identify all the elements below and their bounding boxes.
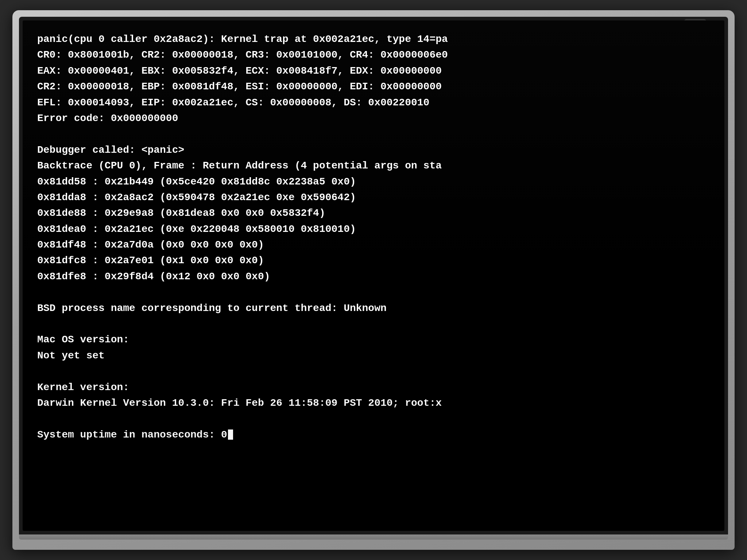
terminal-cursor (228, 429, 233, 440)
kernel-panic-screen: panic(cpu 0 caller 0x2a8ac2): Kernel tra… (23, 20, 724, 531)
terminal-line: Not yet set (37, 348, 710, 363)
terminal-line: 0x81de88 : 0x29e9a8 (0x81dea8 0x0 0x0 0x… (37, 205, 710, 221)
terminal-line: EAX: 0x00000401, EBX: 0x005832f4, ECX: 0… (37, 63, 710, 79)
terminal-line: CR2: 0x00000018, EBP: 0x0081df48, ESI: 0… (37, 79, 710, 94)
terminal-line: Backtrace (CPU 0), Frame : Return Addres… (37, 158, 710, 174)
terminal-empty-line (37, 411, 710, 427)
terminal-line: 0x81dfe8 : 0x29f8d4 (0x12 0x0 0x0 0x0) (37, 269, 710, 284)
terminal-line: panic(cpu 0 caller 0x2a8ac2): Kernel tra… (37, 31, 710, 47)
terminal-line: 0x81dfc8 : 0x2a7e01 (0x1 0x0 0x0 0x0) (37, 253, 710, 268)
terminal-line: Error code: 0x000000000 (37, 110, 710, 126)
terminal-line: 0x81dea0 : 0x2a21ec (0xe 0x220048 0x5800… (37, 221, 710, 237)
terminal-empty-line (37, 363, 710, 379)
laptop-body: panic(cpu 0 caller 0x2a8ac2): Kernel tra… (12, 10, 735, 550)
terminal-line: BSD process name corresponding to curren… (37, 300, 710, 316)
terminal-empty-line (37, 316, 710, 332)
screen-bezel: panic(cpu 0 caller 0x2a8ac2): Kernel tra… (19, 17, 728, 534)
terminal-line: EFL: 0x00014093, EIP: 0x002a21ec, CS: 0x… (37, 95, 710, 110)
terminal-line: 0x81dda8 : 0x2a8ac2 (0x590478 0x2a21ec 0… (37, 190, 710, 205)
terminal-line: Mac OS version: (37, 332, 710, 347)
terminal-empty-line (37, 126, 710, 142)
terminal-line: 0x81df48 : 0x2a7d0a (0x0 0x0 0x0 0x0) (37, 237, 710, 253)
terminal-empty-line (37, 284, 710, 300)
laptop-bottom-bar (19, 534, 728, 540)
terminal-line: 0x81dd58 : 0x21b449 (0x5ce420 0x81dd8c 0… (37, 174, 710, 190)
terminal-line: CR0: 0x8001001b, CR2: 0x00000018, CR3: 0… (37, 47, 710, 63)
terminal-line: System uptime in nanoseconds: 0 (37, 427, 710, 443)
terminal-line: Debugger called: <panic> (37, 142, 710, 158)
terminal-line: Kernel version: (37, 380, 710, 395)
terminal-line: Darwin Kernel Version 10.3.0: Fri Feb 26… (37, 395, 710, 411)
